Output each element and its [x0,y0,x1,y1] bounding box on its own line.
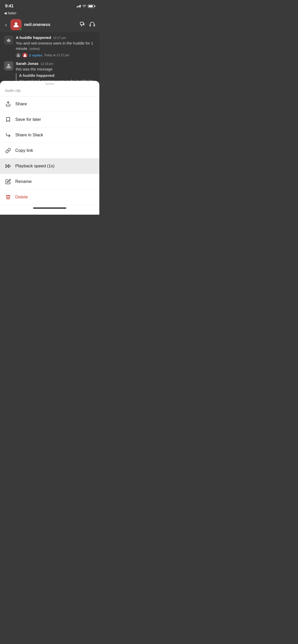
replies-row: 2 replies Today at 12:17 pm [16,53,95,58]
sheet-title: Audio clip [0,84,99,96]
link-icon [5,148,11,154]
home-indicator [33,208,66,209]
rename-button[interactable]: Rename [0,174,99,189]
chat-header: ‹ neil.oneness [0,17,99,32]
svg-marker-11 [6,165,8,168]
playback-speed-label: Playback speed (1x) [15,164,55,169]
bottom-sheet: Audio clip Share Save for later Sha [0,81,99,215]
trash-icon [5,194,11,200]
online-indicator [19,28,22,31]
chat-username: neil.oneness [24,22,77,27]
headphones-icon[interactable] [89,21,95,28]
share-in-slack-label: Share in Slack [15,133,43,138]
share-label: Share [15,101,27,107]
delete-label: Delete [15,195,28,200]
reply-avatar-2 [22,53,28,58]
share-button[interactable]: Share [0,96,99,112]
battery-icon [88,5,94,8]
sarah-body: this was the message [16,66,95,72]
svg-point-5 [8,39,10,42]
sarah-time: 12:19 pm [40,62,53,66]
save-for-later-button[interactable]: Save for later [0,112,99,127]
svg-point-0 [84,7,85,7]
bookmark-icon [5,116,11,123]
fast-forward-icon [5,163,11,169]
sarah-avatar [4,61,13,70]
huddle-message: A huddle happened 12:17 pm You and neil.… [4,35,95,58]
safari-nav: ◀ Safari [0,10,99,17]
svg-point-1 [15,22,17,25]
wifi-icon [82,4,86,8]
huddle-title: A huddle happened [16,35,51,40]
share-icon [5,101,11,107]
huddle-avatar [4,35,13,45]
playback-speed-button[interactable]: Playback speed (1x) [0,158,99,174]
back-button[interactable]: ‹ [4,21,8,29]
sarah-name: Sarah Jonas [16,61,38,66]
header-action-icons [79,21,95,28]
pencil-icon [5,179,11,185]
status-icons [77,4,94,8]
replies-time: Today at 12:17 pm [44,53,69,57]
delete-button[interactable]: Delete [0,189,99,205]
huddle-time: 12:17 pm [53,36,66,40]
reply-avatar-1 [16,53,21,58]
svg-marker-10 [8,165,10,168]
status-time: 9:41 [5,4,13,9]
copy-link-button[interactable]: Copy link [0,143,99,158]
copy-link-label: Copy link [15,148,33,153]
rename-label: Rename [15,179,32,184]
share-in-slack-button[interactable]: Share in Slack [0,127,99,143]
compose-icon[interactable] [79,21,85,28]
huddle-content: A huddle happened 12:17 pm You and neil.… [16,35,95,58]
user-avatar [10,19,22,30]
huddle-body: You and neil.oneness were in the huddle … [16,40,95,51]
svg-rect-2 [80,22,83,25]
replies-link[interactable]: 2 replies [29,53,43,57]
svg-point-8 [7,64,10,66]
forward-icon [5,132,11,138]
signal-bars-icon [77,5,81,7]
save-for-later-label: Save for later [15,117,41,122]
status-bar: 9:41 [0,0,99,10]
quote-title: A huddle happened [19,73,95,78]
